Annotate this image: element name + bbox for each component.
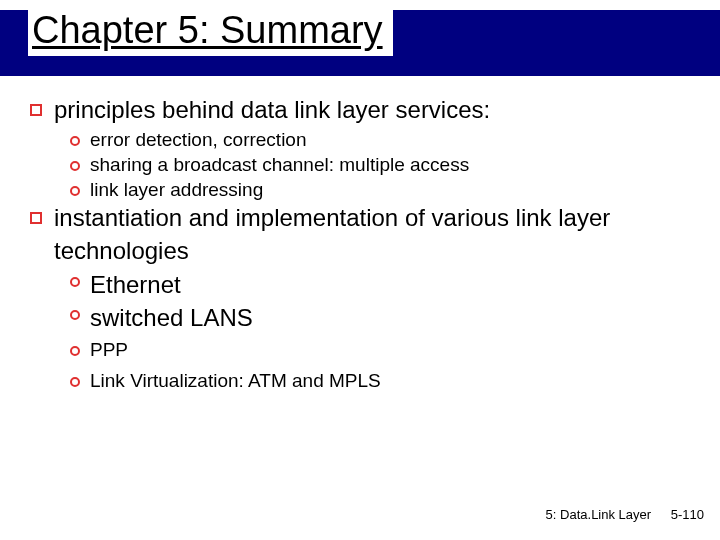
list-item: instantiation and implementation of vari… bbox=[30, 202, 690, 267]
list-item: switched LANS bbox=[70, 302, 690, 334]
circle-bullet-icon bbox=[70, 346, 80, 356]
list-item: error detection, correction bbox=[70, 128, 690, 153]
circle-bullet-icon bbox=[70, 377, 80, 387]
bullet-text: sharing a broadcast channel: multiple ac… bbox=[90, 153, 469, 178]
title-box: Chapter 5: Summary bbox=[28, 6, 393, 56]
circle-bullet-icon bbox=[70, 277, 80, 287]
slide: Chapter 5: Summary principles behind dat… bbox=[0, 0, 720, 540]
bullet-text: principles behind data link layer servic… bbox=[54, 94, 490, 126]
bullet-text: error detection, correction bbox=[90, 128, 307, 153]
list-item: link layer addressing bbox=[70, 178, 690, 203]
footer-section: 5: Data.Link Layer bbox=[546, 507, 652, 522]
footer-page-number: 5-110 bbox=[671, 507, 704, 522]
bullet-text: instantiation and implementation of vari… bbox=[54, 202, 690, 267]
bullet-text: switched LANS bbox=[90, 302, 253, 334]
square-bullet-icon bbox=[30, 212, 42, 224]
list-item: principles behind data link layer servic… bbox=[30, 94, 690, 126]
circle-bullet-icon bbox=[70, 186, 80, 196]
list-item: Link Virtualization: ATM and MPLS bbox=[70, 369, 690, 394]
bullet-text: Link Virtualization: ATM and MPLS bbox=[90, 369, 381, 394]
bullet-text: PPP bbox=[90, 338, 128, 363]
list-item: PPP bbox=[70, 338, 690, 363]
slide-footer: 5: Data.Link Layer 5-110 bbox=[546, 507, 704, 522]
slide-title: Chapter 5: Summary bbox=[32, 9, 383, 51]
square-bullet-icon bbox=[30, 104, 42, 116]
bullet-text: link layer addressing bbox=[90, 178, 263, 203]
circle-bullet-icon bbox=[70, 310, 80, 320]
bullet-text: Ethernet bbox=[90, 269, 181, 301]
circle-bullet-icon bbox=[70, 136, 80, 146]
list-item: sharing a broadcast channel: multiple ac… bbox=[70, 153, 690, 178]
list-item: Ethernet bbox=[70, 269, 690, 301]
slide-body: principles behind data link layer servic… bbox=[30, 94, 690, 393]
circle-bullet-icon bbox=[70, 161, 80, 171]
